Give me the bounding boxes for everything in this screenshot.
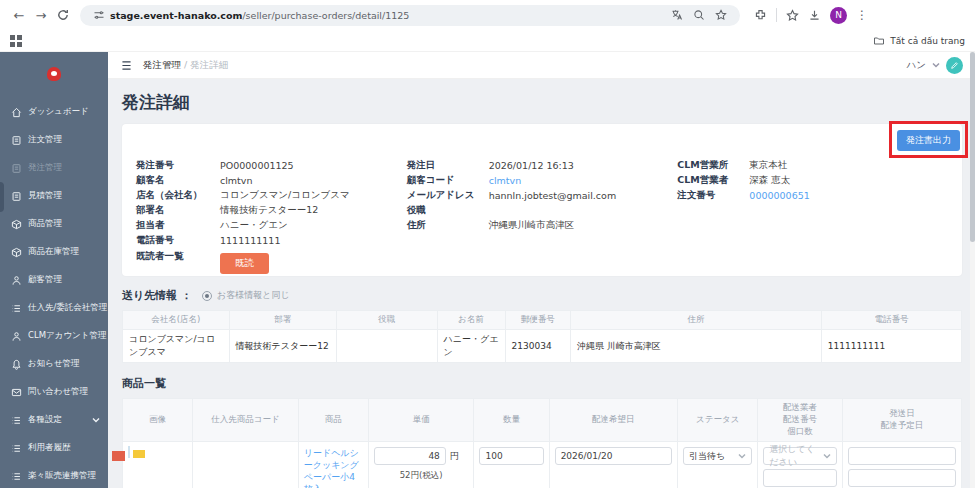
products-table-header-row: 画像 仕入先商品コード 商品 単価 数量 配達希望日 ステータス 配送業者 配送… — [123, 399, 962, 442]
toolbar-separator — [776, 8, 777, 22]
extensions-icon[interactable] — [754, 9, 767, 22]
person-icon — [11, 331, 22, 342]
reload-button[interactable] — [56, 8, 70, 22]
bookmarks-folder-icon — [873, 35, 885, 47]
list-icon — [11, 415, 22, 426]
menu-fold-icon[interactable] — [120, 59, 133, 72]
carrier-select[interactable]: 選択してください — [763, 447, 836, 465]
back-button[interactable]: ← — [8, 8, 30, 23]
apps-grid-icon[interactable] — [10, 35, 22, 47]
sidebar-item-inquiry-management[interactable]: 問い合わせ管理 — [0, 378, 108, 406]
sidebar-item-quote-management[interactable]: 見積管理 — [0, 182, 108, 210]
table-header-cell: 役職 — [336, 311, 437, 330]
table-header-cell: 配送業者 配送番号 個口数 — [758, 399, 842, 442]
user-avatar[interactable] — [946, 57, 963, 74]
url-input[interactable]: stage.event-hanako.com/seller/purchase-o… — [110, 10, 666, 21]
annotation-highlight-box: 発注書出力 — [889, 121, 968, 158]
sidebar-item-user-history[interactable]: 利用者履歴 — [0, 434, 108, 462]
product-name-cell: リードヘルシークッキングペーパー小4枚入 — [298, 442, 368, 488]
detail-field-label: 役職 — [407, 204, 489, 217]
sidebar-item-notice-management[interactable]: お知らせ管理 — [0, 350, 108, 378]
shipping-name-cell: ハニー・グエン — [437, 330, 505, 363]
same-as-customer-radio-label: お客様情報と同じ — [217, 289, 290, 302]
download-icon[interactable] — [808, 9, 821, 22]
unit-price-cell: 円 52円(税込) — [368, 442, 474, 488]
chevron-down-icon — [738, 452, 746, 460]
sidebar-item-customer-management[interactable]: 顧客管理 — [0, 266, 108, 294]
user-menu[interactable]: ハン — [907, 57, 963, 74]
chevron-down-icon — [92, 416, 100, 424]
table-header-cell: 仕入先商品コード — [193, 399, 299, 442]
table-header-cell: 部署 — [229, 311, 336, 330]
product-name-link[interactable]: リードヘルシークッキングペーパー小4枚入 — [304, 447, 363, 488]
quantity-input[interactable] — [479, 447, 543, 465]
product-image[interactable] — [128, 446, 130, 458]
shipping-department-cell: 情報技術テスターー12 — [229, 330, 336, 363]
home-icon — [11, 107, 22, 118]
delivery-date-input[interactable] — [555, 447, 672, 465]
products-section-title: 商品一覧 — [122, 376, 962, 391]
sidebar-item-order-management[interactable]: 注文管理 — [0, 126, 108, 154]
sidebar-item-supplier-management[interactable]: 仕入先/委託会社管理 — [0, 294, 108, 322]
detail-field-label: メールアドレス — [407, 189, 489, 202]
url-bar[interactable]: stage.event-hanako.com/seller/purchase-o… — [80, 5, 740, 26]
sidebar-item-settings[interactable]: 各種設定 — [0, 406, 108, 434]
sidebar-item-label: 商品管理 — [28, 218, 62, 230]
detail-field-label: 住所 — [407, 219, 489, 232]
sidebar-item-label: 発注管理 — [28, 162, 62, 174]
shipping-zip-cell: 2130034 — [505, 330, 570, 363]
breadcrumb: 発注管理 / 発注詳細 — [143, 59, 228, 72]
table-header-cell: 配達希望日 — [549, 399, 677, 442]
customer-name-value: clmtvn — [220, 175, 253, 186]
read-status-button[interactable]: 既読 — [220, 253, 269, 274]
sidebar-item-dashboard[interactable]: ダッシュボード — [0, 98, 108, 126]
table-header-cell: 住所 — [571, 311, 822, 330]
table-header-cell: 数量 — [474, 399, 549, 442]
site-info-icon[interactable] — [93, 9, 105, 21]
table-header-cell: 画像 — [123, 399, 193, 442]
page-title: 発注詳細 — [122, 91, 962, 114]
status-select[interactable]: 引当待ち — [683, 447, 752, 465]
translate-icon[interactable] — [671, 9, 683, 21]
clm-office-value: 東京本社 — [749, 159, 787, 172]
person-icon — [11, 275, 22, 286]
order-number-value: PO0000001125 — [220, 160, 294, 171]
sidebar-item-product-management[interactable]: 商品管理 — [0, 210, 108, 238]
url-domain: stage.event-hanako.com — [110, 10, 242, 21]
same-as-customer-radio[interactable] — [202, 291, 212, 301]
sidebar-item-purchase-order-management[interactable]: 発注管理 — [0, 154, 108, 182]
all-bookmarks-folder[interactable]: Tất cả dấu trang — [873, 35, 965, 47]
customer-code-link[interactable]: clmtvn — [489, 175, 522, 186]
ship-date-input[interactable] — [848, 447, 956, 465]
forward-button[interactable]: → — [30, 8, 52, 23]
sidebar-item-label: 商品在庫管理 — [28, 246, 79, 258]
bookmark-star-icon[interactable] — [715, 9, 727, 21]
browser-menu-icon[interactable]: ⋮ — [856, 8, 868, 22]
scrollbar-thumb[interactable] — [970, 52, 975, 242]
app-logo[interactable] — [0, 58, 108, 90]
breadcrumb-parent[interactable]: 発注管理 — [143, 59, 181, 70]
box-icon — [11, 247, 22, 258]
tracking-number-input[interactable] — [763, 469, 836, 487]
app-header: 発注管理 / 発注詳細 ハン — [108, 52, 975, 79]
export-order-button[interactable]: 発注書出力 — [897, 130, 960, 151]
sparkle-star-icon[interactable] — [786, 9, 799, 22]
browser-toolbar: ← → stage.event-hanako.com/seller/purcha… — [0, 0, 975, 30]
planned-delivery-date-input[interactable] — [848, 469, 956, 487]
sidebar-item-rakuraku-integration[interactable]: 楽々販売連携管理 — [0, 462, 108, 488]
shipping-table-header-row: 会社名(店名) 部署 役職 お名前 郵便番号 住所 電話番号 — [123, 311, 962, 330]
supplier-code-cell — [193, 442, 299, 488]
zoom-icon[interactable] — [693, 9, 705, 21]
detail-field-label: 部署名 — [136, 204, 220, 217]
unit-price-input[interactable] — [374, 447, 446, 465]
sidebar-item-inventory-management[interactable]: 商品在庫管理 — [0, 238, 108, 266]
detail-field-label: 既読者一覧 — [136, 250, 220, 263]
sidebar-item-label: 注文管理 — [28, 134, 62, 146]
sales-order-number-link[interactable]: 0000000651 — [749, 190, 809, 201]
sidebar-item-clm-account-management[interactable]: CLMアカウント管理 — [0, 322, 108, 350]
profile-avatar[interactable]: N — [830, 7, 847, 24]
chevron-down-icon — [823, 452, 831, 460]
sidebar-item-label: 顧客管理 — [28, 274, 62, 286]
page-scrollbar[interactable] — [970, 52, 975, 488]
sidebar-item-label: CLMアカウント管理 — [28, 330, 107, 342]
